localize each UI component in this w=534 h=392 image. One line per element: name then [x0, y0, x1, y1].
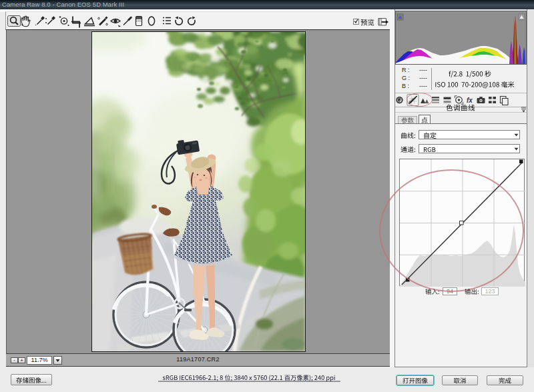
- svg-text:fx: fx: [467, 97, 473, 104]
